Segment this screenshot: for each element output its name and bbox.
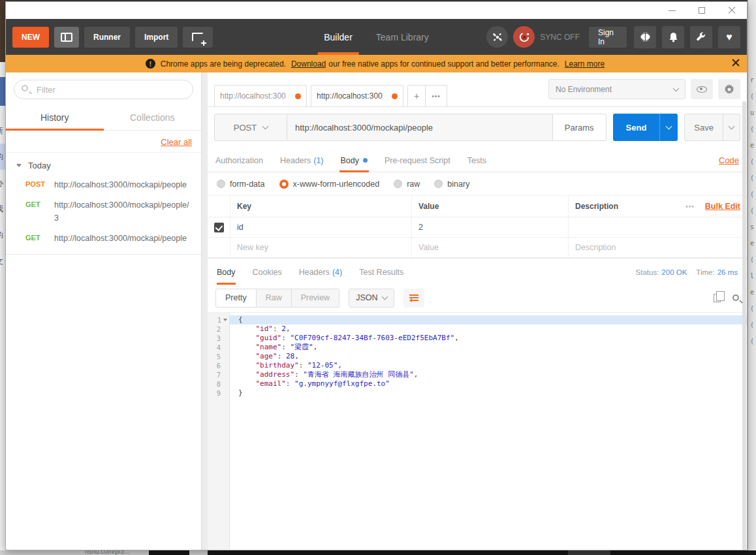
search-icon <box>22 85 28 91</box>
value-cell[interactable]: 2 <box>411 217 568 237</box>
response-tab-test-results[interactable]: Test Results <box>359 260 403 285</box>
history-item[interactable]: GET http://localhost:3000/mockapi/people <box>6 227 201 247</box>
bulk-edit-link[interactable]: Bulk Edit <box>705 202 740 211</box>
request-method-label: POST <box>25 179 54 191</box>
save-options-button[interactable] <box>723 114 740 141</box>
environment-preview-button[interactable] <box>691 79 713 99</box>
response-tools-right <box>714 294 739 302</box>
sign-in-button[interactable]: Sign In <box>589 27 627 48</box>
runner-button[interactable]: Runner <box>84 27 130 48</box>
download-link[interactable]: Download <box>291 59 326 69</box>
maximize-icon <box>699 7 705 14</box>
close-button[interactable] <box>717 2 747 19</box>
sync-button[interactable] <box>513 26 535 48</box>
chevron-down-icon <box>666 123 672 130</box>
banner-close-icon[interactable] <box>731 58 740 67</box>
new-key-input[interactable] <box>237 243 405 252</box>
response-toolbar: Pretty Raw Preview JSON <box>208 283 747 312</box>
save-button[interactable]: Save <box>684 114 740 141</box>
description-header: Description <box>575 202 618 211</box>
key-cell[interactable]: id <box>230 217 411 237</box>
copy-icon[interactable] <box>714 294 721 302</box>
header-right-controls: SYNC OFF Sign In <box>481 26 740 48</box>
search-response-icon[interactable] <box>732 294 739 301</box>
background-code-char: l <box>750 268 756 284</box>
clear-all-link[interactable]: Clear all <box>161 137 192 147</box>
send-options-button[interactable] <box>659 114 678 141</box>
view-raw-button[interactable]: Raw <box>257 289 292 308</box>
tab-body[interactable]: Body <box>341 149 368 172</box>
column-options-icon[interactable]: ••• <box>685 203 695 210</box>
tab-builder[interactable]: Builder <box>312 19 364 55</box>
browse-button[interactable] <box>634 26 656 48</box>
params-button[interactable]: Params <box>553 114 606 141</box>
sidebar-toggle-button[interactable] <box>54 27 79 48</box>
banner-text: Chrome apps are being deprecated. <box>161 59 286 69</box>
background-character: 的 <box>0 144 5 170</box>
view-pretty-button[interactable]: Pretty <box>215 289 257 308</box>
tab-collections[interactable]: Collections <box>104 104 202 130</box>
minimize-button[interactable] <box>657 2 687 19</box>
row-checkbox[interactable] <box>214 223 224 232</box>
background-code-char: e <box>750 235 756 251</box>
method-select[interactable]: POST <box>214 114 287 141</box>
settings-button[interactable] <box>690 26 712 48</box>
notifications-button[interactable] <box>662 26 684 48</box>
scrollbar[interactable] <box>742 101 746 550</box>
more-tabs-button[interactable]: ••• <box>425 85 447 106</box>
sidebar-toggle-icon <box>61 33 72 42</box>
background-blue-fragment <box>0 77 5 106</box>
description-cell[interactable] <box>568 217 747 237</box>
url-input[interactable] <box>287 114 553 141</box>
format-select[interactable]: JSON <box>349 289 394 308</box>
request-tab-2[interactable]: http://localhost:300 <box>311 85 403 106</box>
environment-zone: No Environment <box>548 79 740 99</box>
background-dark-segment <box>208 550 568 555</box>
bell-icon <box>669 32 678 42</box>
response-tab-body[interactable]: Body <box>217 260 236 285</box>
body-mode-radio[interactable]: x-www-form-urlencoded <box>279 180 380 189</box>
tab-pre-request-script[interactable]: Pre-request Script <box>385 149 450 172</box>
body-mode-radio[interactable]: form-data <box>217 180 265 189</box>
background-code-characters: r(u(e((((se(le((( <box>748 0 756 349</box>
tab-headers[interactable]: Headers (1) <box>280 149 324 172</box>
capture-requests-button[interactable] <box>183 27 213 48</box>
body-mode-radio[interactable]: binary <box>434 180 469 189</box>
clear-all-row: Clear all <box>6 131 201 153</box>
new-description-input[interactable] <box>575 243 740 252</box>
filter-input[interactable] <box>14 80 193 99</box>
interceptor-button[interactable] <box>486 26 508 48</box>
history-item[interactable]: GET http://localhost:3000/mockapi/people… <box>6 193 201 227</box>
background-code-char: ( <box>750 88 756 104</box>
import-button[interactable]: Import <box>135 27 178 48</box>
environment-select[interactable]: No Environment <box>548 79 685 99</box>
warning-icon: ! <box>146 59 155 69</box>
response-status-zone: Status: 200 OK Time: 26 ms <box>627 268 738 276</box>
favorites-button[interactable]: ♥ <box>718 26 740 48</box>
environment-settings-button[interactable] <box>718 79 740 99</box>
body-mode-radio[interactable]: raw <box>394 180 420 189</box>
response-tab-cookies[interactable]: Cookies <box>253 260 282 285</box>
new-button[interactable]: NEW <box>12 27 49 48</box>
eye-icon <box>697 86 707 93</box>
code-lines[interactable]: { "id": 2, "guid": "C0F709cf-8247-34Bf-7… <box>230 313 747 550</box>
tab-team-library[interactable]: Team Library <box>364 19 441 55</box>
history-item[interactable]: POST http://localhost:3000/mockapi/peopl… <box>6 173 201 193</box>
tab-history[interactable]: History <box>6 104 104 130</box>
tab-tests[interactable]: Tests <box>467 149 486 172</box>
history-group-today[interactable]: Today <box>6 153 201 173</box>
request-tab-1[interactable]: http://localhost:300 <box>214 85 307 106</box>
code-link[interactable]: Code <box>719 155 739 165</box>
new-tab-button[interactable]: + <box>407 85 425 106</box>
learn-more-link[interactable]: Learn more <box>565 59 605 69</box>
new-value-input[interactable] <box>418 243 561 252</box>
view-preview-button[interactable]: Preview <box>292 289 339 308</box>
status-label: Status: <box>636 268 659 276</box>
response-tab-headers[interactable]: Headers (4) <box>299 260 343 285</box>
tab-authorization[interactable]: Authorization <box>215 149 263 172</box>
response-tabs: Body Cookies Headers (4) Test Results <box>217 260 420 285</box>
send-button[interactable]: Send <box>613 114 678 141</box>
sidebar-tabs: History Collections <box>6 104 201 131</box>
wrap-lines-button[interactable] <box>403 289 424 308</box>
maximize-button[interactable] <box>687 2 717 19</box>
